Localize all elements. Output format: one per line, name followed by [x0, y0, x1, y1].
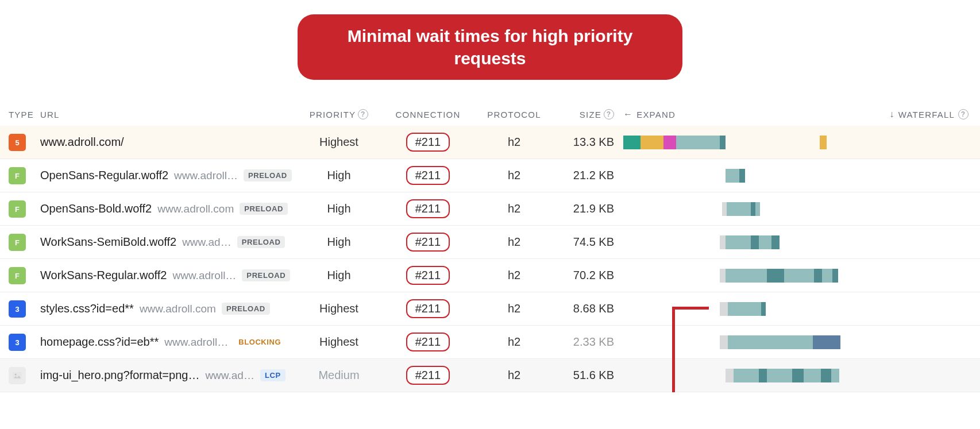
waterfall-label: WATERFALL [898, 110, 955, 119]
waterfall-track [623, 269, 980, 283]
table-row[interactable]: FOpenSans-Bold.woff2www.adroll.comPRELOA… [0, 192, 980, 226]
table-row[interactable]: FOpenSans-Regular.woff2www.adroll…PRELOA… [0, 159, 980, 192]
img-icon [9, 367, 26, 384]
table-row[interactable]: img-ui_hero.png?format=png…www.ad…LCPMed… [0, 359, 980, 392]
expand-label: EXPAND [636, 110, 676, 119]
cell-priority: High [302, 169, 376, 182]
cell-url[interactable]: homepage.css?id=eb**www.adroll…BLOCKING [40, 335, 302, 349]
header-size[interactable]: SIZE ? [549, 109, 618, 119]
table-row[interactable]: 3homepage.css?id=eb**www.adroll…BLOCKING… [0, 326, 980, 359]
cell-waterfall[interactable] [618, 292, 980, 325]
cell-url[interactable]: WorkSans-SemiBold.woff2www.ad…PRELOAD [40, 235, 302, 249]
url-filename: img-ui_hero.png?format=png… [40, 369, 199, 382]
cell-url[interactable]: WorkSans-Regular.woff2www.adroll…PRELOAD [40, 269, 302, 282]
cell-type: F [0, 234, 40, 251]
waterfall-track [623, 369, 980, 382]
waterfall-track [623, 335, 980, 349]
waterfall-segment [792, 369, 804, 382]
waterfall-segment [720, 136, 726, 149]
waterfall-segment [822, 269, 832, 283]
waterfall-segment [751, 202, 755, 216]
connection-pill: #211 [406, 266, 450, 285]
help-icon[interactable]: ? [958, 109, 969, 119]
cell-waterfall[interactable] [618, 226, 980, 258]
svg-point-8 [15, 373, 17, 375]
cell-connection: #211 [376, 233, 480, 252]
waterfall-segment [663, 136, 676, 149]
table-header-row: TYPE URL PRIORITY ? CONNECTION PROTOCOL … [0, 103, 980, 126]
header-url[interactable]: URL [40, 110, 302, 119]
cell-url[interactable]: styles.css?id=ed**www.adroll.comPRELOAD [40, 302, 302, 315]
waterfall-segment [720, 335, 728, 349]
cell-type: 5 [0, 134, 40, 151]
cell-url[interactable]: img-ui_hero.png?format=png…www.ad…LCP [40, 369, 302, 382]
cell-url[interactable]: OpenSans-Bold.woff2www.adroll.comPRELOAD [40, 202, 302, 215]
cell-waterfall[interactable] [618, 359, 980, 392]
cell-protocol: h2 [480, 302, 549, 315]
cell-priority: High [302, 235, 376, 249]
tag-lcp: LCP [260, 369, 285, 381]
waterfall-segment [804, 369, 821, 382]
help-icon[interactable]: ? [358, 109, 368, 119]
waterfall-sort[interactable]: ↓ WATERFALL ? [889, 109, 969, 119]
header-priority-label: PRIORITY [310, 110, 356, 119]
cell-protocol: h2 [480, 335, 549, 349]
waterfall-track [623, 169, 980, 183]
cell-priority: Highest [302, 335, 376, 349]
waterfall-segment [739, 169, 745, 183]
font-icon: F [9, 200, 26, 218]
arrow-left-icon: ← [623, 109, 633, 119]
cell-connection: #211 [376, 366, 480, 385]
header-type[interactable]: TYPE [0, 110, 40, 119]
cell-type: 3 [0, 300, 40, 318]
connection-pill: #211 [406, 133, 450, 152]
waterfall-segment [728, 335, 813, 349]
cell-protocol: h2 [480, 369, 549, 382]
cell-url[interactable]: www.adroll.com/ [40, 136, 302, 149]
table-row[interactable]: FWorkSans-Regular.woff2www.adroll…PRELOA… [0, 259, 980, 292]
cell-waterfall[interactable] [618, 326, 980, 358]
waterfall-segment [784, 269, 814, 283]
cell-type: F [0, 267, 40, 284]
cell-type [0, 367, 40, 384]
waterfall-segment [767, 369, 792, 382]
tag-preload: PRELOAD [222, 303, 270, 315]
cell-waterfall[interactable] [618, 192, 980, 225]
requests-table: TYPE URL PRIORITY ? CONNECTION PROTOCOL … [0, 103, 980, 392]
cell-size: 21.9 KB [549, 202, 618, 215]
header-protocol[interactable]: PROTOCOL [480, 110, 549, 119]
waterfall-segment [771, 235, 780, 249]
header-connection[interactable]: CONNECTION [376, 110, 480, 119]
html-icon: 5 [9, 134, 26, 151]
cell-url[interactable]: OpenSans-Regular.woff2www.adroll…PRELOAD [40, 169, 302, 182]
help-icon[interactable]: ? [604, 109, 614, 119]
cell-protocol: h2 [480, 202, 549, 215]
cell-type: 3 [0, 334, 40, 351]
url-domain: www.adroll… [174, 169, 238, 182]
cell-waterfall[interactable] [618, 159, 980, 192]
cell-priority: Medium [302, 369, 376, 382]
url-domain: www.adroll.com [140, 303, 216, 315]
cell-connection: #211 [376, 166, 480, 185]
url-domain: www.adroll.com [157, 203, 234, 215]
cell-size: 74.5 KB [549, 235, 618, 249]
expand-button[interactable]: ← EXPAND [623, 109, 676, 119]
cell-waterfall[interactable] [618, 126, 980, 159]
svg-text:F: F [15, 271, 20, 280]
table-row[interactable]: 5www.adroll.com/Highest#211h213.3 KB [0, 126, 980, 159]
cell-protocol: h2 [480, 136, 549, 149]
url-filename: WorkSans-SemiBold.woff2 [40, 235, 176, 249]
table-row[interactable]: 3styles.css?id=ed**www.adroll.comPRELOAD… [0, 292, 980, 326]
cell-priority: Highest [302, 136, 376, 149]
svg-text:F: F [15, 238, 20, 246]
font-icon: F [9, 234, 26, 251]
annotation-callout: Minimal wait times for high priority req… [298, 14, 682, 80]
arrow-down-icon: ↓ [889, 109, 894, 119]
table-row[interactable]: FWorkSans-SemiBold.woff2www.ad…PRELOADHi… [0, 226, 980, 259]
header-priority[interactable]: PRIORITY ? [302, 109, 376, 119]
cell-waterfall[interactable] [618, 259, 980, 292]
waterfall-track [623, 202, 980, 216]
cell-protocol: h2 [480, 269, 549, 282]
waterfall-segment [734, 369, 759, 382]
font-icon: F [9, 167, 26, 184]
